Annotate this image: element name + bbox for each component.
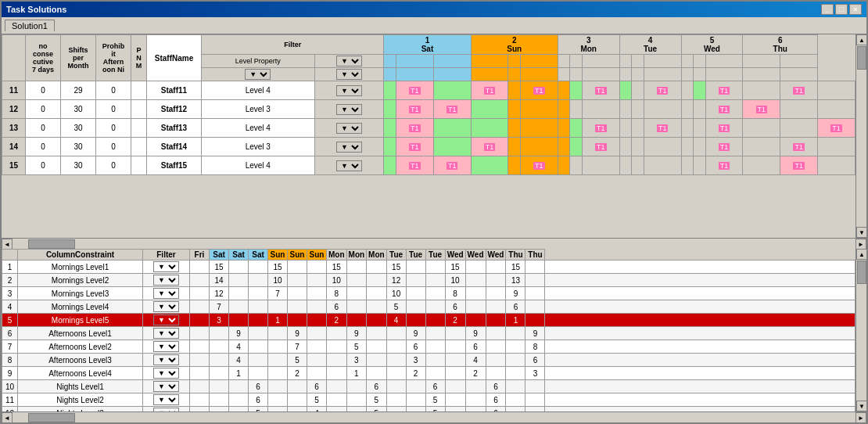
constraint-id: 2 [2, 274, 18, 287]
thu6c-sub1 [743, 68, 780, 81]
constraint-value-cell [268, 380, 288, 393]
constraint-value-cell: 6 [249, 380, 268, 393]
lower-scrollbar-horizontal[interactable]: ◄ ► [2, 411, 866, 422]
constraint-row: 4 Mornings Level4 ▼ 76566 [2, 300, 855, 314]
constraint-filter[interactable]: ▼ [143, 354, 190, 367]
constraint-value-cell: 2 [406, 367, 425, 380]
staff-consec: 0 [26, 138, 61, 156]
constraint-filter[interactable]: ▼ [143, 287, 190, 300]
lower-h-thumb[interactable] [28, 413, 75, 422]
constraint-value-cell: 1 [506, 314, 525, 327]
constraint-value-cell: 10 [386, 287, 406, 300]
level-filter-dropdown[interactable]: ▼ [314, 55, 384, 68]
constraint-row: 7 Afternoons Level2 ▼ 475668 [2, 340, 855, 354]
schedule-cell [644, 100, 681, 119]
tue-header-1: Tue [386, 250, 406, 261]
constraint-filter[interactable]: ▼ [143, 380, 190, 393]
thu6-sub2 [780, 55, 818, 68]
header-empty1 [2, 35, 26, 81]
constraint-filter[interactable]: ▼ [143, 340, 190, 354]
solution-tab[interactable]: Solution1 [5, 20, 55, 31]
schedule-cell [818, 100, 855, 119]
schedule-cell [632, 119, 644, 138]
constraint-value-cell [190, 287, 210, 300]
schedule-cell [508, 81, 521, 100]
constraint-value-cell [288, 274, 307, 287]
scroll-right-button[interactable]: ► [855, 239, 866, 250]
staff-filter-dropdown[interactable]: ▼ [202, 68, 315, 81]
constraint-value-cell [486, 354, 506, 367]
constraint-value-cell [386, 367, 406, 380]
constraint-value-cell [249, 367, 268, 380]
constraint-value-cell [307, 327, 327, 340]
schedule-cell [558, 156, 570, 175]
constraint-filter[interactable]: ▼ [143, 274, 190, 287]
sat1-sub3 [433, 55, 471, 68]
constraint-filter[interactable]: ▼ [143, 367, 190, 380]
lower-scroll-right[interactable]: ► [855, 412, 866, 422]
day6-header: 6Thu [743, 35, 818, 55]
constraint-filter[interactable]: ▼ [143, 327, 190, 340]
scroll-down-button[interactable]: ▼ [856, 227, 866, 238]
constraint-value-cell [210, 327, 229, 340]
level-filter-cell[interactable]: ▼ [314, 156, 384, 175]
staff-id: 14 [2, 138, 26, 156]
lower-scroll-down[interactable]: ▼ [856, 401, 866, 411]
constraint-value-cell [545, 274, 855, 287]
minimize-button[interactable]: _ [821, 4, 834, 15]
constraint-value-cell: 3 [525, 367, 545, 380]
constraint-filter[interactable]: ▼ [143, 261, 190, 274]
lower-scroll-left[interactable]: ◄ [2, 412, 13, 422]
lower-section: ColumnConstraint Filter Fri Sat Sat Sat … [2, 249, 866, 411]
tue4c-sub3 [644, 68, 681, 81]
schedule-cell [508, 138, 521, 156]
constraint-value-cell: 6 [406, 340, 425, 354]
h-scroll-thumb[interactable] [28, 239, 75, 249]
schedule-cell [681, 138, 694, 156]
scroll-up-button[interactable]: ▲ [856, 34, 866, 45]
constraint-row: 2 Mornings Level2 ▼ 141010121013 [2, 274, 855, 287]
constraint-value-cell: 6 [486, 380, 506, 393]
staff-pnm [131, 100, 147, 119]
schedule-cell [681, 119, 694, 138]
upper-scrollbar-horizontal[interactable]: ◄ ► [2, 238, 866, 249]
level-filter-cell[interactable]: ▼ [314, 119, 384, 138]
constraint-id: 5 [2, 314, 18, 327]
level-filter-cell[interactable]: ▼ [314, 81, 384, 100]
constraint-value-cell [506, 367, 525, 380]
maximize-button[interactable]: □ [835, 4, 848, 15]
schedule-cell: T1 [520, 81, 558, 100]
constraint-value-cell [346, 261, 367, 274]
level-filter-cell[interactable]: ▼ [314, 138, 384, 156]
constraint-value-cell [506, 327, 525, 340]
sat1-sub1 [384, 55, 396, 68]
constraint-id: 11 [2, 393, 18, 407]
level-filter-dropdown2[interactable]: ▼ [314, 68, 384, 81]
upper-scrollbar-vertical[interactable]: ▲ ▼ [855, 34, 866, 238]
constraint-value-cell [190, 380, 210, 393]
schedule-cell [433, 81, 471, 100]
constraint-filter[interactable]: ▼ [143, 300, 190, 314]
constraint-value-cell [307, 354, 327, 367]
constraint-value-cell [545, 261, 855, 274]
schedule-cell [433, 119, 471, 138]
constraint-value-cell [445, 340, 465, 354]
lower-scroll-up[interactable]: ▲ [856, 249, 866, 260]
lower-scrollbar-vertical[interactable]: ▲ ▼ [855, 249, 866, 411]
schedule-cell [644, 156, 681, 175]
constraint-value-cell [545, 340, 855, 354]
constraint-row: 8 Afternoons Level3 ▼ 453346 [2, 354, 855, 367]
constraint-filter[interactable]: ▼ [143, 393, 190, 407]
level-filter-cell[interactable]: ▼ [314, 100, 384, 119]
day5-header: 5Wed [681, 35, 743, 55]
fri-header: Fri [190, 250, 210, 261]
constraint-value-cell [190, 314, 210, 327]
constraint-value-cell [545, 287, 855, 300]
constraint-filter[interactable]: ▼ [143, 314, 190, 327]
close-button[interactable]: × [849, 4, 862, 15]
scroll-left-button[interactable]: ◄ [2, 239, 13, 250]
schedule-cell [619, 100, 632, 119]
constraint-value-cell: 10 [327, 274, 347, 287]
lower-scroll-thumb[interactable] [857, 261, 866, 284]
scroll-thumb[interactable] [857, 46, 866, 70]
